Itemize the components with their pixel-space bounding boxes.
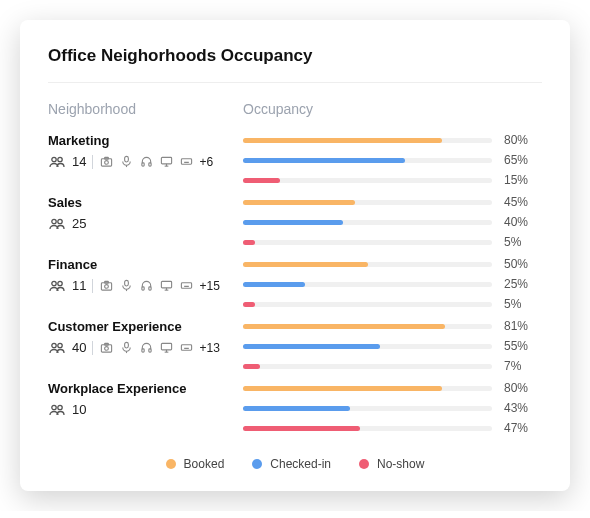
svg-point-32: [52, 405, 56, 409]
divider-line: [48, 82, 542, 83]
mic-icon: [119, 341, 133, 355]
bar-percent: 5%: [504, 297, 542, 311]
monitor-icon: [159, 341, 173, 355]
meta-divider: [92, 341, 93, 355]
keyboard-icon: [179, 155, 193, 169]
svg-rect-14: [101, 283, 111, 290]
svg-rect-17: [125, 280, 129, 286]
bar-percent: 25%: [504, 277, 542, 291]
occupancy-bars: 80%65%15%: [243, 131, 542, 193]
occupancy-column: Occupancy 80%65%15%45%40%5%50%25%5%81%55…: [243, 101, 542, 441]
bar-row-no-show: 7%: [243, 359, 542, 373]
bar-percent: 7%: [504, 359, 542, 373]
legend-item-no-show: No-show: [359, 457, 424, 471]
meta-divider: [92, 279, 93, 293]
svg-point-0: [52, 157, 56, 161]
bar-row-checked-in: 55%: [243, 339, 542, 353]
svg-point-23: [58, 343, 62, 347]
bar-row-no-show: 5%: [243, 235, 542, 249]
svg-rect-29: [149, 349, 151, 352]
bar-percent: 81%: [504, 319, 542, 333]
bar-percent: 15%: [504, 173, 542, 187]
neighborhood-name: Marketing: [48, 133, 243, 148]
bar-row-checked-in: 65%: [243, 153, 542, 167]
neighborhood-meta: 25: [48, 216, 243, 231]
svg-rect-6: [142, 163, 144, 166]
neighborhood-row: Sales25: [48, 193, 243, 255]
bar-fill-checked-in: [243, 158, 405, 163]
keyboard-icon: [179, 341, 193, 355]
neighborhood-name: Finance: [48, 257, 243, 272]
neighborhood-name: Workplace Experience: [48, 381, 243, 396]
bar-track: [243, 364, 492, 369]
bar-track: [243, 324, 492, 329]
legend-label: Booked: [184, 457, 225, 471]
bar-fill-checked-in: [243, 282, 305, 287]
svg-rect-21: [181, 283, 191, 289]
camera-icon: [99, 341, 113, 355]
svg-rect-2: [101, 159, 111, 166]
columns: Neighborhood Marketing14+6Sales25Finance…: [48, 101, 542, 441]
bar-track: [243, 282, 492, 287]
bar-percent: 40%: [504, 215, 542, 229]
legend-item-checked-in: Checked-in: [252, 457, 331, 471]
card-title: Office Neighorhoods Occupancy: [48, 46, 542, 66]
neighborhood-column: Neighborhood Marketing14+6Sales25Finance…: [48, 101, 243, 441]
mic-icon: [119, 155, 133, 169]
bar-row-no-show: 5%: [243, 297, 542, 311]
camera-icon: [99, 155, 113, 169]
svg-point-10: [52, 219, 56, 223]
bar-percent: 65%: [504, 153, 542, 167]
neighborhood-name: Sales: [48, 195, 243, 210]
people-count: 14: [72, 154, 86, 169]
svg-rect-8: [161, 157, 171, 164]
neighborhood-name: Customer Experience: [48, 319, 243, 334]
bar-fill-booked: [243, 262, 368, 267]
neighborhood-meta: 11+15: [48, 278, 243, 293]
legend-label: Checked-in: [270, 457, 331, 471]
svg-point-25: [105, 347, 109, 351]
bar-track: [243, 406, 492, 411]
bar-row-booked: 80%: [243, 133, 542, 147]
neighborhood-header: Neighborhood: [48, 101, 243, 117]
bar-track: [243, 262, 492, 267]
bar-percent: 80%: [504, 381, 542, 395]
legend-dot: [252, 459, 262, 469]
amenity-extra-count: +6: [199, 155, 213, 169]
occupancy-bars: 81%55%7%: [243, 317, 542, 379]
bar-percent: 50%: [504, 257, 542, 271]
bar-fill-no-show: [243, 178, 280, 183]
bar-fill-booked: [243, 324, 445, 329]
bar-track: [243, 200, 492, 205]
bar-fill-no-show: [243, 364, 260, 369]
bar-fill-booked: [243, 200, 355, 205]
bar-percent: 47%: [504, 421, 542, 435]
neighborhood-meta: 14+6: [48, 154, 243, 169]
svg-point-12: [52, 281, 56, 285]
bar-fill-checked-in: [243, 220, 343, 225]
neighborhood-row: Marketing14+6: [48, 131, 243, 193]
bar-row-checked-in: 43%: [243, 401, 542, 415]
neighborhood-meta: 40+13: [48, 340, 243, 355]
bar-row-no-show: 47%: [243, 421, 542, 435]
svg-rect-7: [149, 163, 151, 166]
svg-rect-20: [161, 281, 171, 288]
bar-fill-checked-in: [243, 344, 380, 349]
svg-point-1: [58, 157, 62, 161]
headphones-icon: [139, 155, 153, 169]
svg-point-22: [52, 343, 56, 347]
bar-fill-no-show: [243, 426, 360, 431]
occupancy-card: Office Neighorhoods Occupancy Neighborho…: [20, 20, 570, 491]
neighborhood-row: Customer Experience40+13: [48, 317, 243, 379]
bar-track: [243, 344, 492, 349]
occupancy-bars: 50%25%5%: [243, 255, 542, 317]
bar-track: [243, 240, 492, 245]
bar-row-checked-in: 40%: [243, 215, 542, 229]
svg-rect-27: [125, 342, 129, 348]
svg-rect-28: [142, 349, 144, 352]
people-count: 11: [72, 278, 86, 293]
occupancy-bars: 80%43%47%: [243, 379, 542, 441]
bar-percent: 5%: [504, 235, 542, 249]
people-count: 25: [72, 216, 86, 231]
occupancy-bars: 45%40%5%: [243, 193, 542, 255]
